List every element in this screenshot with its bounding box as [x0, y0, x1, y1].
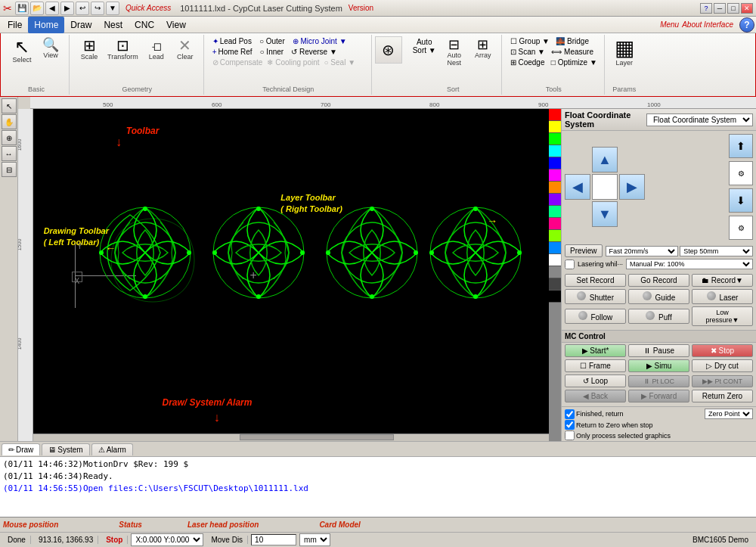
auto-nest-button[interactable]: ⊟ AutoNest — [441, 36, 468, 68]
center-button[interactable] — [592, 174, 618, 200]
layer-orange[interactable] — [549, 182, 561, 194]
left-button[interactable]: ◀ — [565, 174, 590, 200]
sidebar-tool-1[interactable]: ↖ — [2, 98, 17, 113]
pause-button[interactable]: ⏸ Pause — [628, 344, 689, 357]
layer-darkgray[interactable] — [549, 278, 561, 291]
minimize-button[interactable]: ─ — [714, 3, 726, 14]
dry-cut-button[interactable]: ▷ Dry cut — [692, 359, 753, 372]
stop-button[interactable]: ✖ Stop — [692, 344, 753, 357]
simu-button[interactable]: ▶ Simu — [628, 359, 689, 372]
layer-red[interactable] — [549, 109, 561, 121]
return-zero-check[interactable] — [565, 420, 575, 430]
right-button[interactable]: ▶ — [619, 174, 645, 200]
console-line-3[interactable]: (01/11 14:56:55)Open files:C:\Users\FSCU… — [3, 483, 753, 495]
back-button[interactable]: ◀ Back — [565, 390, 626, 402]
move-dis-unit-select[interactable]: mm — [299, 533, 330, 546]
panel-dropdown[interactable]: Float Coordinate System — [646, 113, 753, 126]
manual-pw-select[interactable]: Manual Pw: 100% — [626, 259, 753, 269]
lead-pos-button[interactable]: ✦ Lead Pos ○ Outer ⊕ Micro Joint ▼ — [210, 36, 367, 46]
micro-joint-button[interactable]: ⊕ Micro Joint ▼ — [293, 37, 347, 45]
array-button[interactable]: ⊞ Array — [469, 36, 497, 61]
up-button[interactable]: ▲ — [592, 147, 618, 172]
layer-teal[interactable] — [549, 206, 561, 218]
close-button[interactable]: ✕ — [741, 3, 753, 14]
layer-yellow[interactable] — [549, 121, 561, 133]
coedge-button[interactable]: ⊞ Coedge □ Optimize ▼ — [508, 57, 600, 67]
layer-pink[interactable] — [549, 218, 561, 230]
sidebar-tool-4[interactable]: ↔ — [2, 146, 17, 161]
move-dis-input[interactable] — [251, 534, 296, 545]
undo-button[interactable]: ◀ — [45, 2, 59, 15]
record-button[interactable]: 🖿 Record▼ — [692, 274, 753, 287]
preview-button[interactable]: Preview — [565, 244, 603, 257]
about-button[interactable]: ? — [739, 17, 754, 33]
puff-button[interactable]: Puff — [628, 309, 689, 324]
save-button[interactable]: 💾 — [15, 2, 29, 15]
return-zero-button[interactable]: Return Zero — [692, 390, 753, 402]
maximize-button[interactable]: □ — [727, 3, 739, 14]
low-pressure-button[interactable]: Lowpressure▼ — [692, 306, 753, 326]
menu-draw[interactable]: Draw — [64, 17, 98, 33]
lead-button[interactable]: ⟤ Lead — [143, 36, 170, 62]
open-button[interactable]: 📂 — [30, 2, 44, 15]
loop-button[interactable]: ↺ Loop — [565, 375, 626, 387]
menu-file[interactable]: File — [2, 17, 28, 33]
draw-tab[interactable]: ✏ Draw — [2, 443, 40, 455]
guide-button[interactable]: Guide — [628, 289, 689, 304]
z-down-button[interactable]: ⬇ — [729, 188, 753, 213]
sidebar-tool-3[interactable]: ⊕ — [2, 130, 17, 145]
group-button[interactable]: ☐ Group ▼ 🌉 Bridge — [508, 36, 600, 46]
follow-button[interactable]: Follow — [565, 309, 626, 324]
reverse-button[interactable]: ↺ Reverse ▼ — [291, 48, 337, 56]
frame-button[interactable]: ☐ Frame — [565, 359, 626, 372]
layer-sky[interactable] — [549, 242, 561, 254]
zero-point-select[interactable]: Zero Point — [705, 409, 753, 419]
select-button[interactable]: ↖ Select — [8, 36, 36, 65]
layer-black[interactable] — [549, 291, 561, 303]
sidebar-tool-2[interactable]: ✋ — [2, 114, 17, 129]
layer-cyan[interactable] — [549, 145, 561, 157]
process-selected-check[interactable] — [565, 430, 575, 440]
h-scrollbar-thumb[interactable] — [240, 434, 395, 440]
auto-sort-button[interactable]: AutoSort ▼ — [410, 36, 439, 56]
layer-green[interactable] — [549, 133, 561, 145]
scan-button[interactable]: ⊡ Scan ▼ ⟺ Measure — [508, 47, 600, 57]
canvas-area[interactable]: X Y + — [33, 109, 549, 441]
alarm-tab[interactable]: ⚠ Alarm — [91, 443, 133, 455]
inner-button[interactable]: ○ Inner — [260, 48, 284, 56]
clear-button[interactable]: ✕ Clear — [172, 36, 199, 62]
menu-home[interactable]: Home — [28, 17, 64, 33]
layer-button[interactable]: ▦ Layer — [611, 36, 638, 68]
shutter-button[interactable]: Shutter — [565, 289, 626, 304]
layer-gray[interactable] — [549, 266, 561, 278]
system-tab[interactable]: 🖥 System — [42, 443, 89, 455]
pt-cont-button[interactable]: ▶▶ Pt CONT — [692, 375, 753, 387]
layer-white[interactable] — [549, 254, 561, 266]
more-button[interactable]: ▼ — [106, 2, 119, 15]
back-button[interactable]: ↩ — [76, 2, 89, 15]
redo-button[interactable]: ▶ — [60, 2, 74, 15]
speed-select[interactable]: Fast 20mm/s — [606, 246, 679, 256]
sidebar-tool-5[interactable]: ⊟ — [2, 162, 17, 177]
laser-button[interactable]: Laser — [692, 289, 753, 304]
laser-pos-select[interactable]: X:0.000 Y:0.000 — [131, 533, 203, 546]
help-button[interactable]: ? — [700, 3, 712, 14]
home-ref-button[interactable]: + Home Ref ○ Inner ↺ Reverse ▼ — [210, 47, 367, 57]
scale-button[interactable]: ⊞ Scale — [76, 36, 103, 62]
lasering-check[interactable] — [565, 260, 575, 269]
forward-button[interactable]: ↪ — [91, 2, 104, 15]
finished-return-check[interactable] — [565, 409, 575, 419]
layer-purple[interactable] — [549, 194, 561, 206]
layer-lime[interactable] — [549, 230, 561, 242]
layer-blue[interactable] — [549, 157, 561, 169]
step-select[interactable]: Step 50mm — [680, 246, 753, 256]
view-button[interactable]: 🔍 View — [37, 36, 64, 61]
cooling-point-button[interactable]: ❄ Cooling point — [267, 58, 319, 67]
layer-magenta[interactable] — [549, 169, 561, 182]
auto-sort-icon-btn[interactable]: ⊛ — [375, 36, 402, 64]
compensate-button[interactable]: ⊘ Compensate ❄ Cooling point ○ Seal ▼ — [210, 57, 367, 67]
seal-button[interactable]: ○ Seal ▼ — [324, 58, 356, 67]
forward-button[interactable]: ▶ Forward — [628, 390, 689, 402]
h-scrollbar[interactable] — [33, 434, 549, 441]
menu-nest[interactable]: Nest — [98, 17, 129, 33]
